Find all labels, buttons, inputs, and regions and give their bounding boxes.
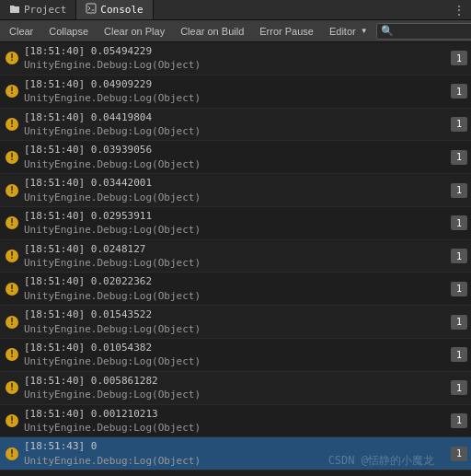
log-line2: UnityEngine.Debug:Log(Object) <box>24 322 447 336</box>
warn-icon: ! <box>4 412 20 429</box>
log-line1: [18:51:40] 0.001210213 <box>24 407 447 421</box>
log-line1: [18:51:40] 0.04909229 <box>24 77 447 91</box>
log-line2: UnityEngine.Debug:Log(Object) <box>24 58 447 72</box>
log-item[interactable]: ! [18:51:40] 0.02953911 UnityEngine.Debu… <box>0 207 471 240</box>
editor-label: Editor <box>329 26 356 37</box>
log-list[interactable]: ! [18:51:40] 0.05494229 UnityEngine.Debu… <box>0 42 471 476</box>
warn-icon: ! <box>4 314 20 331</box>
log-count: 1 <box>451 282 467 296</box>
log-text: [18:51:40] 0.005861282 UnityEngine.Debug… <box>24 374 447 402</box>
log-line1: [18:51:40] 0.01054382 <box>24 341 447 354</box>
log-line1: [18:51:43] 0 <box>24 439 447 453</box>
collapse-button[interactable]: Collapse <box>41 22 96 41</box>
log-line2: UnityEngine.Debug:Log(Object) <box>24 223 447 237</box>
log-text: [18:51:40] 0.01054382 UnityEngine.Debug:… <box>24 341 447 369</box>
log-line1: [18:51:40] 0.0248127 <box>24 242 447 256</box>
log-line2: UnityEngine.Debug:Log(Object) <box>24 124 447 138</box>
log-text: [18:51:40] 0.04419804 UnityEngine.Debug:… <box>24 110 447 139</box>
tab-project-label: Project <box>24 4 66 16</box>
chevron-down-icon: ▼ <box>361 27 368 35</box>
log-line2: UnityEngine.Debug:Log(Object) <box>24 191 447 204</box>
log-line2: UnityEngine.Debug:Log(Object) <box>24 91 447 105</box>
folder-icon <box>9 3 20 17</box>
log-line1: [18:51:40] 0.02953911 <box>24 209 447 223</box>
log-item[interactable]: ! [18:51:40] 0.001210213 UnityEngine.Deb… <box>0 405 471 438</box>
log-item[interactable]: ! [18:51:40] 0.04909229 UnityEngine.Debu… <box>0 75 471 109</box>
log-item[interactable]: ! [18:51:40] 0.01543522 UnityEngine.Debu… <box>0 306 471 339</box>
log-count: 1 <box>451 183 467 198</box>
log-text: [18:51:40] 0.01543522 UnityEngine.Debug:… <box>24 308 447 336</box>
log-text: [18:51:40] 0.02022362 UnityEngine.Debug:… <box>24 274 447 303</box>
log-count: 1 <box>451 51 467 65</box>
search-input[interactable] <box>396 26 471 37</box>
warn-icon: ! <box>4 116 20 133</box>
log-line1: [18:51:40] 0.03939056 <box>24 143 447 157</box>
log-line2: UnityEngine.Debug:Log(Object) <box>24 388 447 401</box>
log-line2: UnityEngine.Debug:Log(Object) <box>24 256 447 270</box>
log-count: 1 <box>451 347 467 362</box>
log-item[interactable]: ! [18:51:40] 0.05494229 UnityEngine.Debu… <box>0 42 471 75</box>
svg-rect-0 <box>86 4 96 13</box>
log-text: [18:51:43] 0 UnityEngine.Debug:Log(Objec… <box>24 439 447 468</box>
warn-icon: ! <box>4 149 20 166</box>
log-line2: UnityEngine.Debug:Log(Object) <box>24 421 447 435</box>
log-item[interactable]: ! [18:51:40] 0.01054382 UnityEngine.Debu… <box>0 339 471 372</box>
error-pause-button[interactable]: Error Pause <box>252 22 321 41</box>
log-text: [18:51:40] 0.03442001 UnityEngine.Debug:… <box>24 176 447 204</box>
log-item[interactable]: ! [18:51:40] 0.0248127 UnityEngine.Debug… <box>0 240 471 273</box>
tab-project[interactable]: Project <box>0 0 76 19</box>
tab-bar: Project Console ⋮ <box>0 0 471 20</box>
log-count: 1 <box>451 447 467 461</box>
warn-icon: ! <box>4 379 20 396</box>
log-count: 1 <box>451 249 467 263</box>
tab-console-label: Console <box>100 4 143 16</box>
console-icon <box>86 3 97 17</box>
search-icon: 🔍 <box>381 25 394 37</box>
clear-button[interactable]: Clear <box>2 22 40 41</box>
log-count: 1 <box>451 117 467 132</box>
log-text: [18:51:40] 0.05494229 UnityEngine.Debug:… <box>24 44 447 73</box>
warn-icon: ! <box>4 50 20 66</box>
warn-icon: ! <box>4 182 20 199</box>
tab-options-icon[interactable]: ⋮ <box>447 3 471 17</box>
log-count: 1 <box>451 315 467 330</box>
clear-on-build-button[interactable]: Clear on Build <box>173 22 251 41</box>
log-count: 1 <box>451 84 467 99</box>
log-line1: [18:51:40] 0.05494229 <box>24 44 447 58</box>
warn-icon: ! <box>4 446 20 462</box>
log-line2: UnityEngine.Debug:Log(Object) <box>24 157 447 171</box>
warn-icon: ! <box>4 346 20 363</box>
clear-on-play-button[interactable]: Clear on Play <box>97 22 172 41</box>
log-count: 1 <box>451 215 467 230</box>
log-item[interactable]: ! [18:51:40] 0.03442001 UnityEngine.Debu… <box>0 174 471 207</box>
warn-icon: ! <box>4 215 20 231</box>
log-count: 1 <box>451 150 467 165</box>
log-text: [18:51:40] 0.04909229 UnityEngine.Debug:… <box>24 77 447 106</box>
log-item[interactable]: ! [18:51:40] 0.02022362 UnityEngine.Debu… <box>0 273 471 306</box>
search-box: 🔍 <box>376 23 471 40</box>
log-line1: [18:51:40] 0.04419804 <box>24 110 447 124</box>
log-line2: UnityEngine.Debug:Log(Object) <box>24 354 447 368</box>
log-item[interactable]: ! [18:51:43] 0 UnityEngine.Debug:Log(Obj… <box>0 437 471 470</box>
log-text: [18:51:40] 0.0248127 UnityEngine.Debug:L… <box>24 242 447 271</box>
warn-icon: ! <box>4 83 20 99</box>
log-line1: [18:51:40] 0.03442001 <box>24 176 447 190</box>
log-item[interactable]: ! [18:51:40] 0.03939056 UnityEngine.Debu… <box>0 141 471 174</box>
log-line1: [18:51:40] 0.02022362 <box>24 274 447 288</box>
log-item[interactable]: ! [18:51:40] 0.04419804 UnityEngine.Debu… <box>0 109 471 142</box>
log-count: 1 <box>451 380 467 395</box>
log-count: 1 <box>451 413 467 428</box>
tab-console[interactable]: Console <box>76 0 153 19</box>
log-item[interactable]: ! [18:51:40] 0.005861282 UnityEngine.Deb… <box>0 372 471 405</box>
toolbar: Clear Collapse Clear on Play Clear on Bu… <box>0 20 471 42</box>
editor-dropdown-button[interactable]: Editor ▼ <box>322 22 375 41</box>
warn-icon: ! <box>4 248 20 264</box>
log-line1: [18:51:40] 0.01543522 <box>24 308 447 321</box>
log-line2: UnityEngine.Debug:Log(Object) <box>24 289 447 303</box>
log-text: [18:51:40] 0.03939056 UnityEngine.Debug:… <box>24 143 447 171</box>
log-text: [18:51:40] 0.001210213 UnityEngine.Debug… <box>24 407 447 435</box>
log-line1: [18:51:40] 0.005861282 <box>24 374 447 388</box>
log-line2: UnityEngine.Debug:Log(Object) <box>24 454 447 468</box>
warn-icon: ! <box>4 281 20 297</box>
log-text: [18:51:40] 0.02953911 UnityEngine.Debug:… <box>24 209 447 238</box>
